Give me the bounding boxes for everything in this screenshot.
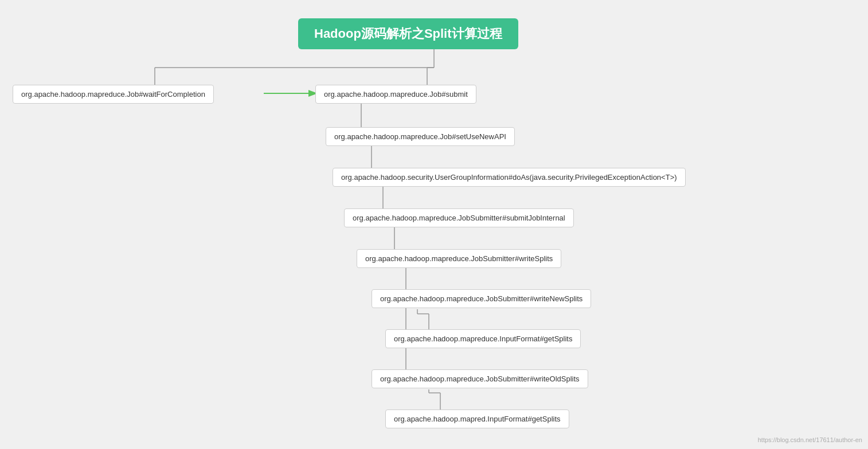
node-mapred-input-format-get-splits: org.apache.hadoop.mapred.InputFormat#get… [385, 409, 569, 428]
node-write-new-splits: org.apache.hadoop.mapreduce.JobSubmitter… [372, 289, 591, 308]
node-set-use-new-api: org.apache.hadoop.mapreduce.Job#setUseNe… [326, 127, 515, 146]
watermark: https://blog.csdn.net/17611/author-en [758, 436, 862, 443]
diagram-container: Hadoop源码解析之Split计算过程 org.apache.hadoop.m… [0, 0, 868, 449]
node-write-old-splits: org.apache.hadoop.mapreduce.JobSubmitter… [372, 369, 588, 388]
node-write-splits: org.apache.hadoop.mapreduce.JobSubmitter… [357, 249, 561, 268]
node-job-submit: org.apache.hadoop.mapreduce.Job#submit [315, 85, 476, 104]
node-do-as: org.apache.hadoop.security.UserGroupInfo… [333, 168, 686, 187]
title-node: Hadoop源码解析之Split计算过程 [298, 18, 518, 49]
node-submit-job-internal: org.apache.hadoop.mapreduce.JobSubmitter… [344, 208, 574, 227]
node-wait-for-completion: org.apache.hadoop.mapreduce.Job#waitForC… [13, 85, 214, 104]
node-input-format-get-splits: org.apache.hadoop.mapreduce.InputFormat#… [385, 329, 581, 348]
